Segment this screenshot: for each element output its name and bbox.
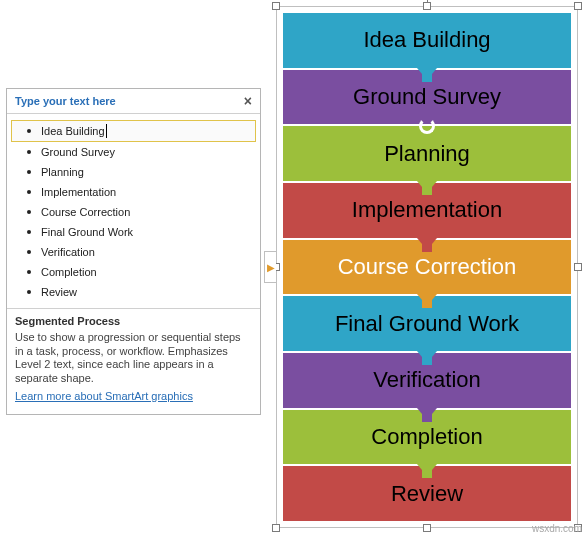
text-pane-header: Type your text here × [7,89,260,114]
resize-handle[interactable] [423,524,431,532]
resize-handle[interactable] [423,2,431,10]
text-pane-item-label: Ground Survey [41,146,115,158]
process-step-label: Implementation [352,197,502,223]
process-step-label: Ground Survey [353,84,501,110]
learn-more-link[interactable]: Learn more about SmartArt graphics [15,390,193,404]
text-pane-item[interactable]: Implementation [11,182,256,202]
text-pane-item-label: Implementation [41,186,116,198]
process-step[interactable]: Idea Building [283,13,571,68]
layout-name: Segmented Process [15,315,252,329]
process-step-label: Course Correction [338,254,517,280]
text-pane-title: Type your text here [15,95,116,107]
text-pane-item-label: Review [41,286,77,298]
layout-description: Use to show a progression or sequential … [15,331,252,386]
text-pane-item-label: Course Correction [41,206,130,218]
text-pane-item-label: Idea Building [41,125,105,137]
arrow-down-icon [417,408,437,420]
text-pane-item-label: Planning [41,166,84,178]
process-step[interactable]: Planning [283,126,571,181]
text-caret [106,124,107,138]
watermark: wsxdn.com [532,523,582,534]
bullet-icon [27,290,31,294]
process-step-label: Review [391,481,463,507]
bullet-icon [27,250,31,254]
bullet-icon [27,190,31,194]
smartart-text-pane[interactable]: Type your text here × Idea BuildingGroun… [6,88,261,415]
process-step-label: Final Ground Work [335,311,519,337]
text-pane-item[interactable]: Ground Survey [11,142,256,162]
process-step-label: Verification [373,367,481,393]
process-step-label: Idea Building [363,27,490,53]
resize-handle[interactable] [272,524,280,532]
arrow-down-icon [417,294,437,306]
resize-handle[interactable] [272,2,280,10]
text-pane-item[interactable]: Review [11,282,256,302]
bullet-icon [27,150,31,154]
text-pane-footer: Segmented Process Use to show a progress… [7,308,260,414]
bullet-icon [27,129,31,133]
text-pane-item[interactable]: Planning [11,162,256,182]
text-pane-item[interactable]: Idea Building [11,120,256,142]
text-pane-item-label: Verification [41,246,95,258]
resize-handle[interactable] [574,2,582,10]
text-pane-item[interactable]: Verification [11,242,256,262]
arrow-down-icon [417,464,437,476]
text-pane-item-label: Final Ground Work [41,226,133,238]
process-step-label: Planning [384,141,470,167]
arrow-down-icon [417,68,437,80]
arrow-down-icon [417,238,437,250]
smartart-canvas[interactable]: ▶ Idea BuildingGround SurveyPlanningImpl… [276,6,578,528]
text-pane-toggle[interactable]: ▶ [264,251,276,283]
text-pane-list[interactable]: Idea BuildingGround SurveyPlanningImplem… [7,114,260,308]
bullet-icon [27,170,31,174]
close-icon[interactable]: × [244,93,252,109]
text-pane-item[interactable]: Completion [11,262,256,282]
bullet-icon [27,230,31,234]
bullet-icon [27,270,31,274]
text-pane-item[interactable]: Course Correction [11,202,256,222]
text-pane-item[interactable]: Final Ground Work [11,222,256,242]
arrow-down-icon [417,181,437,193]
arrow-down-icon [417,351,437,363]
smartart-graphic[interactable]: Idea BuildingGround SurveyPlanningImplem… [283,13,571,521]
bullet-icon [27,210,31,214]
text-pane-item-label: Completion [41,266,97,278]
process-step-label: Completion [371,424,482,450]
resize-handle[interactable] [574,263,582,271]
cycle-icon [419,118,435,134]
